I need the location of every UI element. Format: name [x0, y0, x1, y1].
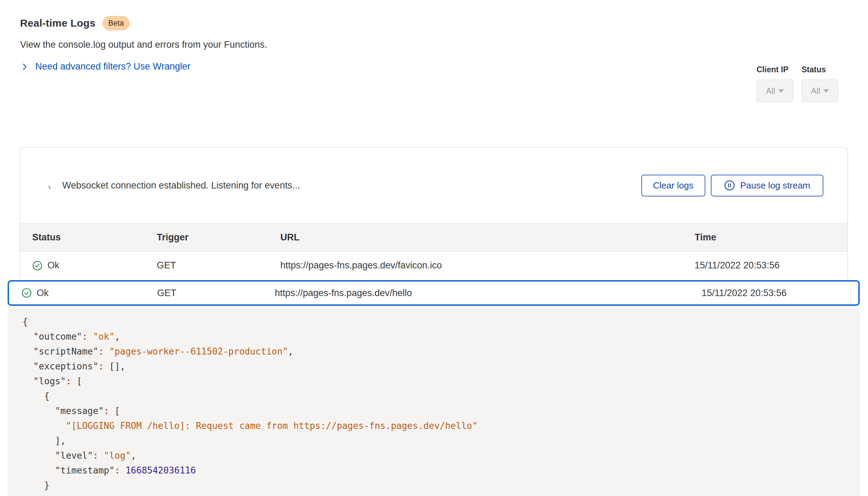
pause-circle-icon	[724, 180, 735, 191]
column-header-trigger: Trigger	[157, 232, 280, 243]
column-header-url: URL	[280, 232, 695, 243]
status-text: Ok	[47, 260, 60, 271]
status-dropdown[interactable]: All	[802, 80, 838, 102]
wrangler-link[interactable]: Need advanced filters? Use Wrangler	[35, 61, 190, 72]
status-label: Status	[802, 65, 838, 74]
status-cell: Ok	[32, 260, 157, 271]
log-stream-toolbar: Websocket connection established. Listen…	[20, 148, 848, 223]
page-subtitle: View the console.log output and errors f…	[20, 39, 868, 50]
page-header: Real-time Logs Beta View the console.log…	[0, 0, 868, 93]
status-text: Ok	[37, 288, 49, 298]
status-value: All	[811, 86, 820, 96]
websocket-status-message: Websocket connection established. Listen…	[62, 180, 300, 191]
log-detail-panel: { "outcome": "ok", "scriptName": "pages-…	[8, 307, 860, 496]
url-cell: https://pages-fns.pages.dev/hello	[275, 288, 702, 298]
time-cell: 15/11/2022 20:53:56	[695, 260, 848, 271]
page-title: Real-time Logs	[20, 17, 96, 29]
logs-card: Websocket connection established. Listen…	[20, 147, 848, 279]
table-header: Status Trigger URL Time	[20, 223, 848, 252]
client-ip-dropdown[interactable]: All	[757, 80, 793, 102]
column-header-status: Status	[32, 232, 157, 243]
filter-status: Status All	[802, 65, 838, 102]
url-cell: https://pages-fns.pages.dev/favicon.ico	[280, 260, 695, 271]
trigger-cell: GET	[157, 288, 275, 298]
log-json: { "outcome": "ok", "scriptName": "pages-…	[22, 314, 860, 496]
filters: Client IP All Status All	[757, 65, 838, 102]
pause-button-label: Pause log stream	[740, 180, 810, 191]
time-cell: 15/11/2022 20:53:56	[702, 288, 858, 298]
check-circle-icon	[21, 288, 32, 298]
toolbar-buttons: Clear logs Pause log stream	[641, 175, 823, 196]
column-header-time: Time	[695, 232, 848, 243]
clear-logs-button[interactable]: Clear logs	[641, 175, 705, 196]
title-row: Real-time Logs Beta	[20, 16, 868, 30]
client-ip-value: All	[766, 86, 775, 96]
caret-down-icon	[778, 89, 784, 93]
check-circle-icon	[32, 260, 43, 271]
spinner-icon	[48, 181, 57, 190]
client-ip-label: Client IP	[757, 65, 793, 74]
wrangler-link-row: Need advanced filters? Use Wrangler	[20, 61, 868, 72]
filter-client-ip: Client IP All	[757, 65, 793, 102]
beta-badge: Beta	[102, 16, 130, 30]
pause-log-stream-button[interactable]: Pause log stream	[711, 175, 823, 196]
status-cell: Ok	[21, 288, 157, 298]
table-row-selected[interactable]: Ok GET https://pages-fns.pages.dev/hello…	[8, 280, 860, 306]
table-row[interactable]: Ok GET https://pages-fns.pages.dev/favic…	[20, 252, 848, 279]
caret-down-icon	[823, 89, 829, 93]
chevron-right-icon	[20, 62, 29, 71]
trigger-cell: GET	[157, 260, 280, 271]
